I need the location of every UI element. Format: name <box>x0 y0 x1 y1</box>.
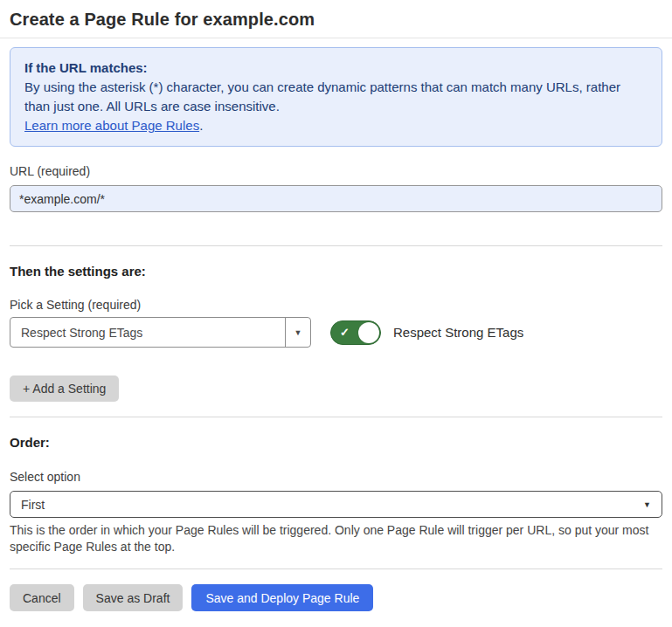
settings-heading: Then the settings are: <box>10 264 662 279</box>
pick-setting-label: Pick a Setting (required) <box>10 298 662 313</box>
info-link-line: Learn more about Page Rules. <box>24 116 648 135</box>
select-option-label: Select option <box>10 470 662 485</box>
order-heading: Order: <box>10 435 662 451</box>
info-box-heading: If the URL matches: <box>24 59 648 78</box>
divider <box>0 38 672 38</box>
divider <box>10 417 662 417</box>
chevron-down-icon: ▼ <box>643 500 651 509</box>
info-box-body: By using the asterisk (*) character, you… <box>24 78 648 116</box>
create-page-rule-modal: Create a Page Rule for example.com If th… <box>0 0 672 625</box>
learn-more-page-rules-link[interactable]: Learn more about Page Rules <box>24 118 199 133</box>
save-and-deploy-button[interactable]: Save and Deploy Page Rule <box>191 584 373 611</box>
add-setting-button[interactable]: + Add a Setting <box>10 376 119 402</box>
chevron-down-icon: ▼ <box>294 328 302 337</box>
setting-select-arrow-button[interactable]: ▼ <box>285 318 310 347</box>
setting-select-value: Respect Strong ETags <box>10 318 285 347</box>
order-select-value: First <box>21 498 45 512</box>
divider <box>10 245 662 246</box>
toggle-knob <box>358 322 379 343</box>
url-match-info-box: If the URL matches: By using the asteris… <box>10 47 662 147</box>
divider <box>10 568 662 569</box>
footer-actions: Cancel Save as Draft Save and Deploy Pag… <box>10 584 662 611</box>
setting-select[interactable]: Respect Strong ETags ▼ <box>10 317 311 348</box>
url-label: URL (required) <box>10 164 662 179</box>
cancel-button[interactable]: Cancel <box>10 584 74 611</box>
page-title: Create a Page Rule for example.com <box>10 9 662 30</box>
order-help-text: This is the order in which your Page Rul… <box>10 522 662 555</box>
etags-toggle[interactable]: ✓ <box>330 320 381 345</box>
check-icon: ✓ <box>340 327 350 338</box>
order-select[interactable]: First ▼ <box>10 491 662 518</box>
save-as-draft-button[interactable]: Save as Draft <box>83 584 184 611</box>
setting-row: Respect Strong ETags ▼ ✓ Respect Strong … <box>10 317 662 348</box>
url-input[interactable] <box>10 185 662 212</box>
link-period: . <box>199 118 203 133</box>
toggle-label: Respect Strong ETags <box>393 325 523 340</box>
